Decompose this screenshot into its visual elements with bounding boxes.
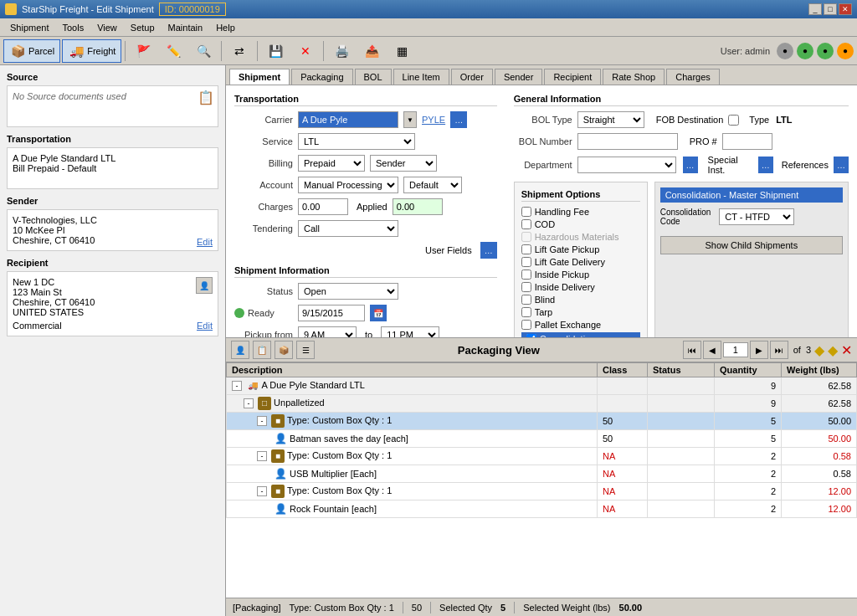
parcel-button[interactable]: 📦 Parcel — [3, 39, 60, 63]
tab-lineitem[interactable]: Line Item — [393, 69, 449, 85]
pallet-exchange-checkbox[interactable] — [521, 320, 531, 330]
toolbar-print-button[interactable]: 🖨️ — [327, 39, 356, 63]
menu-help[interactable]: Help — [209, 21, 242, 34]
pickup-to-select[interactable]: 11 PM — [381, 326, 439, 337]
tab-rateshop[interactable]: Rate Shop — [603, 69, 665, 85]
fob-checkbox[interactable] — [728, 115, 739, 126]
department-select[interactable] — [577, 157, 676, 173]
pkg-close-button[interactable]: ✕ — [841, 342, 852, 358]
menu-setup[interactable]: Setup — [124, 21, 162, 34]
freight-button[interactable]: 🚚 Freight — [62, 39, 121, 63]
bol-number-row: BOL Number PRO # — [514, 133, 849, 150]
tendering-select[interactable]: Call — [298, 220, 398, 237]
toolbar-save-button[interactable]: 💾 — [261, 39, 290, 63]
option-inside-pickup: Inside Pickup — [521, 270, 640, 280]
transportation-header: Transportation — [7, 134, 218, 144]
toolbar-delete-button[interactable]: ✕ — [291, 39, 320, 63]
menu-tools[interactable]: Tools — [55, 21, 90, 34]
toolbar-export-button[interactable]: 📤 — [357, 39, 386, 63]
references-button[interactable]: … — [834, 157, 849, 173]
cod-checkbox[interactable] — [521, 219, 531, 229]
pkg-list-button[interactable]: ☰ — [296, 341, 315, 359]
department-label: Department — [514, 160, 572, 170]
toolbar-flag-button[interactable]: 🚩 — [129, 39, 157, 63]
tab-packaging[interactable]: Packaging — [291, 69, 352, 85]
tarp-checkbox[interactable] — [521, 307, 531, 317]
status-select[interactable]: Open — [298, 283, 398, 300]
consolidation-code-select[interactable]: CT - HTFD — [719, 208, 794, 225]
charges-label: Charges — [234, 202, 293, 212]
sender-edit-link[interactable]: Edit — [197, 237, 213, 247]
tab-order[interactable]: Order — [451, 69, 493, 85]
menu-shipment[interactable]: Shipment — [3, 21, 55, 34]
user-fields-button[interactable]: … — [480, 242, 497, 259]
type-label: Type — [749, 115, 769, 125]
account-select-1[interactable]: Manual Processing — [298, 177, 398, 193]
carrier-input[interactable] — [298, 111, 398, 128]
pkg-page-input[interactable] — [723, 342, 748, 357]
carrier-row-icon: 🚚 — [246, 379, 259, 393]
expand-button[interactable]: - — [257, 451, 267, 461]
pkg-first-button[interactable]: ⏮ — [683, 341, 701, 359]
applied-input[interactable] — [393, 198, 443, 215]
menu-view[interactable]: View — [90, 21, 124, 34]
tab-charges[interactable]: Charges — [666, 69, 720, 85]
carrier-dropdown-arrow[interactable]: ▼ — [403, 111, 417, 128]
expand-button[interactable]: - — [244, 398, 254, 408]
pkg-person-button[interactable]: 👤 — [231, 341, 249, 359]
pkg-copy-button[interactable]: 📋 — [253, 341, 271, 359]
carrier-pyle-link[interactable]: PYLE — [422, 115, 445, 125]
transport-line-1: A Due Pyle Standard LTL — [13, 153, 213, 163]
status-selected-weight-value: 50.00 — [619, 603, 643, 613]
table-row[interactable]: - ■ Type: Custom Box Qty : 1 50 5 50.00 — [227, 413, 857, 430]
handling-fee-checkbox[interactable] — [521, 207, 531, 217]
toolbar-search-button[interactable]: 🔍 — [189, 39, 218, 63]
calendar-button[interactable]: 📅 — [370, 305, 387, 321]
tendering-label: Tendering — [234, 223, 293, 234]
tab-shipment[interactable]: Shipment — [229, 69, 290, 85]
pkg-box-button[interactable]: 📦 — [275, 341, 293, 359]
account-select-2[interactable]: Default — [403, 177, 462, 193]
tab-recipient[interactable]: Recipient — [544, 69, 601, 85]
toolbar-edit-button[interactable]: ✏️ — [159, 39, 187, 63]
status-icons: ● ● ● ● — [777, 43, 854, 59]
pkg-last-button[interactable]: ⏭ — [770, 341, 788, 359]
maximize-button[interactable]: □ — [824, 3, 837, 15]
department-action-button[interactable]: … — [683, 157, 698, 173]
billing-select-1[interactable]: Prepaid — [298, 155, 365, 172]
show-child-shipments-button[interactable]: Show Child Shipments — [660, 236, 843, 254]
hazmat-checkbox — [521, 232, 531, 242]
tab-sender[interactable]: Sender — [495, 69, 542, 85]
recipient-edit-link[interactable]: Edit — [197, 321, 213, 331]
expand-button[interactable]: - — [257, 416, 267, 426]
pkg-prev-button[interactable]: ◀ — [703, 341, 721, 359]
billing-select-2[interactable]: Sender — [370, 155, 437, 172]
bol-type-select[interactable]: Straight — [577, 111, 644, 128]
carrier-action-button[interactable]: … — [450, 111, 467, 128]
recipient-icon[interactable]: 👤 — [196, 277, 213, 294]
liftgate-pickup-checkbox[interactable] — [521, 244, 531, 254]
special-inst-button[interactable]: … — [758, 157, 773, 173]
bol-number-input[interactable] — [577, 133, 678, 150]
box-icon: ■ — [271, 414, 285, 428]
tab-bol[interactable]: BOL — [355, 69, 392, 85]
liftgate-delivery-checkbox[interactable] — [521, 257, 531, 267]
expand-button[interactable]: - — [232, 381, 242, 391]
charges-input[interactable] — [298, 198, 348, 215]
form-area: Transportation Carrier ▼ PYLE … Service … — [226, 85, 857, 337]
pro-input[interactable] — [722, 133, 772, 150]
menu-maintain[interactable]: Maintain — [162, 21, 210, 34]
pkg-next-button[interactable]: ▶ — [750, 341, 768, 359]
expand-button[interactable]: - — [257, 486, 267, 496]
status-icon-3: ● — [817, 43, 834, 59]
blind-checkbox[interactable] — [521, 295, 531, 305]
close-button[interactable]: ✕ — [839, 3, 852, 15]
toolbar-nav-button[interactable]: ⇄ — [225, 39, 254, 63]
ready-date-input[interactable] — [298, 305, 365, 321]
service-select[interactable]: LTL — [298, 133, 415, 150]
inside-pickup-checkbox[interactable] — [521, 270, 531, 280]
inside-delivery-checkbox[interactable] — [521, 282, 531, 292]
pickup-from-select[interactable]: 9 AM — [298, 326, 357, 337]
minimize-button[interactable]: _ — [808, 3, 822, 15]
toolbar-barcode-button[interactable]: ▦ — [387, 39, 416, 63]
